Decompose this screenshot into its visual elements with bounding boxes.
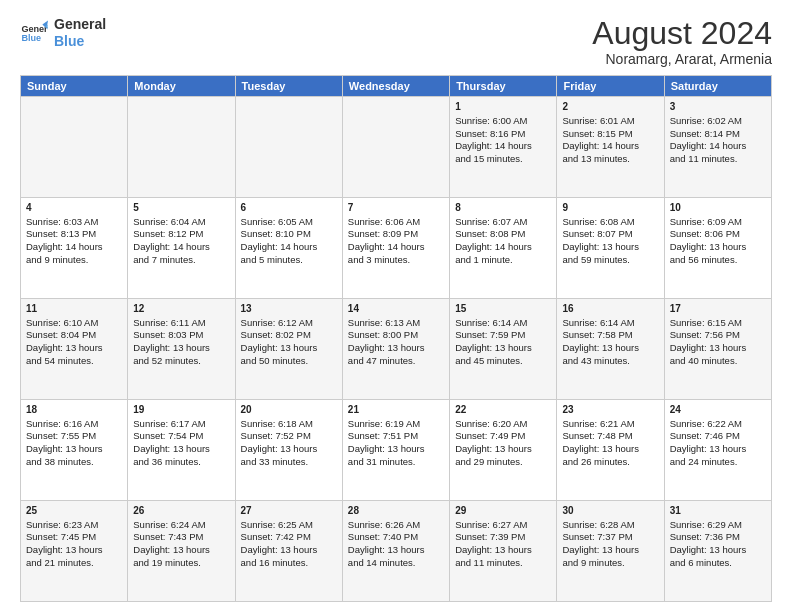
cell-line: Sunrise: 6:29 AM <box>670 519 766 532</box>
calendar-cell: 26Sunrise: 6:24 AMSunset: 7:43 PMDayligh… <box>128 501 235 602</box>
cell-line: Sunset: 7:56 PM <box>670 329 766 342</box>
calendar-cell: 1Sunrise: 6:00 AMSunset: 8:16 PMDaylight… <box>450 97 557 198</box>
calendar-cell: 25Sunrise: 6:23 AMSunset: 7:45 PMDayligh… <box>21 501 128 602</box>
cell-line: Daylight: 13 hours <box>348 342 444 355</box>
cell-line: Daylight: 14 hours <box>348 241 444 254</box>
calendar-cell: 21Sunrise: 6:19 AMSunset: 7:51 PMDayligh… <box>342 400 449 501</box>
cell-line: Sunrise: 6:02 AM <box>670 115 766 128</box>
cell-line: Sunrise: 6:21 AM <box>562 418 658 431</box>
day-number: 8 <box>455 201 551 215</box>
cell-line: and 52 minutes. <box>133 355 229 368</box>
cell-line: Daylight: 14 hours <box>455 241 551 254</box>
logo-text-blue: Blue <box>54 33 106 50</box>
cell-line: and 6 minutes. <box>670 557 766 570</box>
calendar-cell <box>21 97 128 198</box>
calendar-cell: 5Sunrise: 6:04 AMSunset: 8:12 PMDaylight… <box>128 198 235 299</box>
cell-line: and 13 minutes. <box>562 153 658 166</box>
cell-line: Sunrise: 6:26 AM <box>348 519 444 532</box>
calendar-cell: 17Sunrise: 6:15 AMSunset: 7:56 PMDayligh… <box>664 299 771 400</box>
calendar-cell <box>128 97 235 198</box>
cell-line: Sunset: 7:54 PM <box>133 430 229 443</box>
day-number: 13 <box>241 302 337 316</box>
cell-line: Sunrise: 6:16 AM <box>26 418 122 431</box>
cell-line: Sunset: 8:07 PM <box>562 228 658 241</box>
calendar-cell: 9Sunrise: 6:08 AMSunset: 8:07 PMDaylight… <box>557 198 664 299</box>
cell-line: Sunset: 7:36 PM <box>670 531 766 544</box>
cell-line: Sunrise: 6:06 AM <box>348 216 444 229</box>
cell-line: Sunset: 7:45 PM <box>26 531 122 544</box>
cell-line: Sunrise: 6:03 AM <box>26 216 122 229</box>
day-number: 25 <box>26 504 122 518</box>
cell-line: Sunset: 8:13 PM <box>26 228 122 241</box>
title-block: August 2024 Noramarg, Ararat, Armenia <box>592 16 772 67</box>
calendar-table: SundayMondayTuesdayWednesdayThursdayFrid… <box>20 75 772 602</box>
calendar-cell: 30Sunrise: 6:28 AMSunset: 7:37 PMDayligh… <box>557 501 664 602</box>
cell-line: Sunset: 7:59 PM <box>455 329 551 342</box>
cell-line: Sunrise: 6:17 AM <box>133 418 229 431</box>
cell-line: Sunset: 7:40 PM <box>348 531 444 544</box>
svg-text:Blue: Blue <box>21 33 41 43</box>
cell-line: and 26 minutes. <box>562 456 658 469</box>
cell-line: Sunrise: 6:11 AM <box>133 317 229 330</box>
logo-icon: General Blue <box>20 19 48 47</box>
cell-line: Daylight: 13 hours <box>241 342 337 355</box>
cell-line: Daylight: 13 hours <box>348 443 444 456</box>
cell-line: Sunset: 7:58 PM <box>562 329 658 342</box>
cell-line: and 56 minutes. <box>670 254 766 267</box>
calendar-cell: 2Sunrise: 6:01 AMSunset: 8:15 PMDaylight… <box>557 97 664 198</box>
cell-line: Daylight: 13 hours <box>670 342 766 355</box>
cell-line: and 50 minutes. <box>241 355 337 368</box>
day-number: 4 <box>26 201 122 215</box>
day-number: 20 <box>241 403 337 417</box>
cell-line: Daylight: 14 hours <box>133 241 229 254</box>
day-number: 21 <box>348 403 444 417</box>
cell-line: Sunrise: 6:05 AM <box>241 216 337 229</box>
cell-line: Sunrise: 6:01 AM <box>562 115 658 128</box>
cell-line: and 24 minutes. <box>670 456 766 469</box>
day-number: 7 <box>348 201 444 215</box>
cell-line: and 19 minutes. <box>133 557 229 570</box>
day-number: 30 <box>562 504 658 518</box>
cell-line: Daylight: 13 hours <box>241 443 337 456</box>
day-number: 31 <box>670 504 766 518</box>
cell-line: Sunrise: 6:28 AM <box>562 519 658 532</box>
cell-line: Sunrise: 6:14 AM <box>562 317 658 330</box>
cell-line: Sunrise: 6:24 AM <box>133 519 229 532</box>
cell-line: Sunrise: 6:19 AM <box>348 418 444 431</box>
day-number: 10 <box>670 201 766 215</box>
cell-line: Sunset: 7:42 PM <box>241 531 337 544</box>
cell-line: Daylight: 13 hours <box>455 544 551 557</box>
day-number: 24 <box>670 403 766 417</box>
cell-line: Daylight: 14 hours <box>241 241 337 254</box>
cell-line: and 38 minutes. <box>26 456 122 469</box>
header-thursday: Thursday <box>450 76 557 97</box>
calendar-cell: 10Sunrise: 6:09 AMSunset: 8:06 PMDayligh… <box>664 198 771 299</box>
cell-line: Sunrise: 6:14 AM <box>455 317 551 330</box>
cell-line: Sunrise: 6:09 AM <box>670 216 766 229</box>
cell-line: Sunset: 8:06 PM <box>670 228 766 241</box>
cell-line: Daylight: 13 hours <box>562 342 658 355</box>
subtitle: Noramarg, Ararat, Armenia <box>592 51 772 67</box>
day-number: 16 <box>562 302 658 316</box>
cell-line: Sunrise: 6:18 AM <box>241 418 337 431</box>
cell-line: Sunset: 8:15 PM <box>562 128 658 141</box>
day-number: 18 <box>26 403 122 417</box>
cell-line: and 11 minutes. <box>670 153 766 166</box>
calendar-cell: 8Sunrise: 6:07 AMSunset: 8:08 PMDaylight… <box>450 198 557 299</box>
day-number: 17 <box>670 302 766 316</box>
cell-line: Sunrise: 6:27 AM <box>455 519 551 532</box>
cell-line: Sunrise: 6:07 AM <box>455 216 551 229</box>
cell-line: Daylight: 13 hours <box>670 544 766 557</box>
cell-line: Sunset: 8:02 PM <box>241 329 337 342</box>
calendar-cell: 11Sunrise: 6:10 AMSunset: 8:04 PMDayligh… <box>21 299 128 400</box>
cell-line: Daylight: 13 hours <box>670 241 766 254</box>
calendar-cell: 18Sunrise: 6:16 AMSunset: 7:55 PMDayligh… <box>21 400 128 501</box>
cell-line: and 3 minutes. <box>348 254 444 267</box>
calendar-cell: 23Sunrise: 6:21 AMSunset: 7:48 PMDayligh… <box>557 400 664 501</box>
cell-line: Sunset: 7:52 PM <box>241 430 337 443</box>
cell-line: Daylight: 13 hours <box>26 342 122 355</box>
header-sunday: Sunday <box>21 76 128 97</box>
cell-line: Sunrise: 6:20 AM <box>455 418 551 431</box>
cell-line: Sunset: 7:51 PM <box>348 430 444 443</box>
cell-line: and 9 minutes. <box>26 254 122 267</box>
